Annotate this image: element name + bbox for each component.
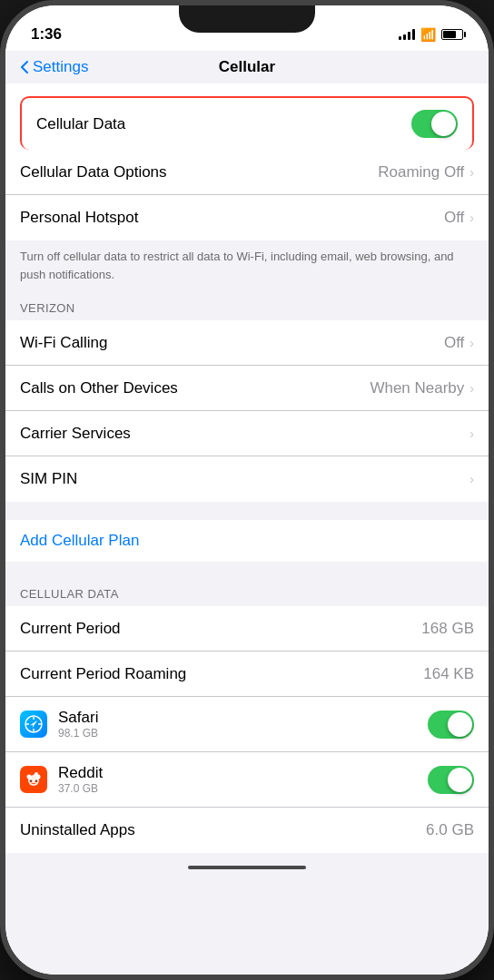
safari-label: Safari bbox=[58, 709, 98, 727]
content-area: Cellular Data Cellular Data Options Roam… bbox=[5, 83, 489, 975]
cellular-data-description: Turn off cellular data to restrict all d… bbox=[5, 240, 489, 294]
cellular-data-label: Cellular Data bbox=[36, 115, 125, 133]
safari-row[interactable]: Safari 98.1 GB bbox=[5, 697, 489, 752]
phone-frame: 1:36 📶 bbox=[0, 0, 494, 980]
verizon-section-label: VERIZON bbox=[5, 294, 489, 320]
uninstalled-apps-label: Uninstalled Apps bbox=[20, 821, 135, 839]
chevron-icon: › bbox=[469, 336, 474, 350]
chevron-icon: › bbox=[469, 211, 474, 225]
carrier-services-label: Carrier Services bbox=[20, 425, 131, 443]
svg-point-13 bbox=[36, 775, 41, 779]
reddit-toggle[interactable] bbox=[428, 766, 474, 794]
toggle-thumb bbox=[431, 112, 456, 136]
signal-bar-1 bbox=[399, 36, 401, 40]
cellular-data-section-label: CELLULAR DATA bbox=[5, 580, 489, 606]
home-indicator bbox=[188, 866, 306, 869]
wifi-calling-row[interactable]: Wi-Fi Calling Off › bbox=[5, 320, 489, 366]
notch bbox=[179, 5, 315, 33]
calls-other-devices-row[interactable]: Calls on Other Devices When Nearby › bbox=[5, 366, 489, 411]
current-period-roaming-row: Current Period Roaming 164 KB bbox=[5, 652, 489, 697]
nav-bar: Settings Cellular bbox=[5, 51, 489, 83]
current-period-roaming-label: Current Period Roaming bbox=[20, 665, 186, 683]
back-label: Settings bbox=[33, 58, 88, 76]
signal-bar-2 bbox=[403, 34, 406, 40]
svg-point-14 bbox=[27, 775, 32, 779]
carrier-services-row[interactable]: Carrier Services › bbox=[5, 411, 489, 456]
current-period-label: Current Period bbox=[20, 620, 121, 638]
sim-pin-label: SIM PIN bbox=[20, 470, 77, 488]
personal-hotspot-value: Off › bbox=[444, 209, 474, 227]
chevron-icon: › bbox=[469, 472, 474, 486]
status-icons: 📶 bbox=[399, 27, 463, 42]
svg-point-10 bbox=[35, 780, 37, 782]
back-chevron-icon bbox=[20, 60, 29, 74]
signal-bar-4 bbox=[412, 29, 415, 40]
screen: 1:36 📶 bbox=[5, 5, 489, 975]
signal-bar-3 bbox=[408, 32, 410, 40]
safari-sublabel: 98.1 GB bbox=[58, 727, 98, 740]
reddit-sublabel: 37.0 GB bbox=[58, 782, 103, 795]
top-card-group: Cellular Data Cellular Data Options Roam… bbox=[5, 83, 489, 240]
cellular-data-card-group: Current Period 168 GB Current Period Roa… bbox=[5, 606, 489, 853]
reddit-icon bbox=[20, 766, 47, 793]
status-time: 1:36 bbox=[31, 25, 62, 44]
cellular-data-options-row[interactable]: Cellular Data Options Roaming Off › bbox=[5, 150, 489, 195]
chevron-icon: › bbox=[469, 165, 474, 180]
personal-hotspot-row[interactable]: Personal Hotspot Off › bbox=[5, 195, 489, 240]
reddit-label: Reddit bbox=[58, 764, 103, 782]
back-button[interactable]: Settings bbox=[20, 58, 88, 76]
wifi-icon: 📶 bbox=[420, 27, 436, 42]
nav-title: Cellular bbox=[219, 58, 275, 76]
calls-other-devices-label: Calls on Other Devices bbox=[20, 379, 178, 397]
cellular-data-row[interactable]: Cellular Data bbox=[20, 96, 474, 150]
chevron-icon: › bbox=[469, 426, 474, 441]
reddit-row[interactable]: Reddit 37.0 GB bbox=[5, 752, 489, 808]
battery-fill bbox=[443, 31, 456, 38]
cellular-data-options-label: Cellular Data Options bbox=[20, 163, 167, 181]
current-period-row: Current Period 168 GB bbox=[5, 606, 489, 652]
safari-icon bbox=[20, 710, 47, 738]
svg-marker-5 bbox=[30, 719, 39, 728]
wifi-calling-label: Wi-Fi Calling bbox=[20, 334, 107, 352]
battery-icon bbox=[441, 29, 463, 40]
cellular-data-options-value: Roaming Off › bbox=[378, 163, 474, 181]
toggle-thumb bbox=[448, 768, 472, 792]
uninstalled-apps-row: Uninstalled Apps 6.0 GB bbox=[5, 808, 489, 853]
add-cellular-plan-row[interactable]: Add Cellular Plan bbox=[5, 520, 489, 562]
add-plan-label: Add Cellular Plan bbox=[20, 532, 139, 550]
svg-point-9 bbox=[30, 780, 32, 782]
cellular-data-toggle[interactable] bbox=[411, 110, 458, 138]
chevron-icon: › bbox=[469, 381, 474, 396]
safari-toggle[interactable] bbox=[428, 710, 474, 739]
personal-hotspot-label: Personal Hotspot bbox=[20, 209, 138, 227]
sim-pin-row[interactable]: SIM PIN › bbox=[5, 456, 489, 502]
add-cellular-plan-group: Add Cellular Plan bbox=[5, 520, 489, 562]
signal-bars-icon bbox=[399, 29, 415, 40]
toggle-thumb bbox=[448, 712, 472, 737]
verizon-card-group: Wi-Fi Calling Off › Calls on Other Devic… bbox=[5, 320, 489, 502]
